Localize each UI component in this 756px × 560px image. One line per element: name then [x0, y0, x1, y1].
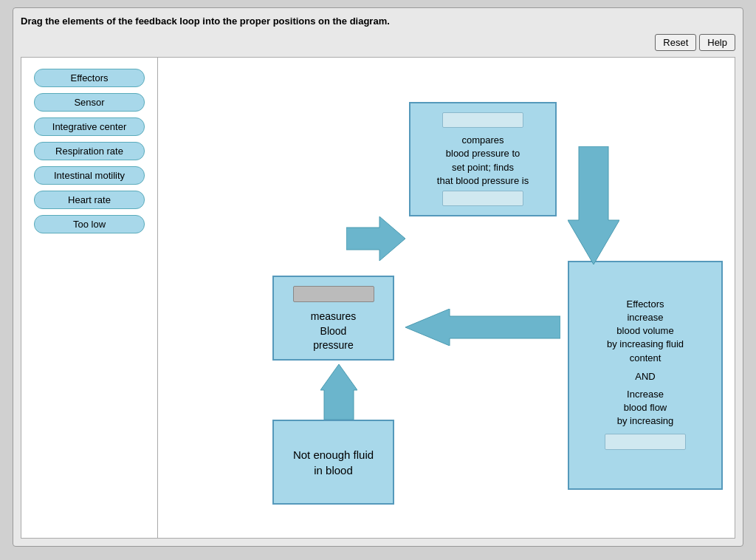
- integrative-text: comparesblood pressure toset point; find…: [437, 134, 529, 188]
- effectors-text1: Effectorsincreaseblood volumeby increasi…: [607, 298, 684, 365]
- sidebar-item-effectors[interactable]: Effectors: [34, 69, 145, 87]
- integrative-slot-bottom[interactable]: [442, 191, 523, 206]
- effectors-and: AND: [635, 371, 655, 382]
- svg-marker-1: [568, 146, 619, 264]
- stimulus-box: Not enough fluidin blood: [272, 420, 394, 505]
- main-panel: Effectors Sensor Integrative center Resp…: [21, 57, 735, 539]
- effectors-slot[interactable]: [605, 434, 686, 450]
- arrow-down-right-svg: [568, 146, 619, 264]
- effectors-text2: Increaseblood flowby increasing: [617, 388, 674, 428]
- sidebar-item-respiration-rate[interactable]: Respiration rate: [34, 142, 145, 160]
- integrative-center-box: comparesblood pressure toset point; find…: [409, 102, 557, 216]
- integrative-slot-top[interactable]: [442, 112, 523, 128]
- sidebar-item-integrative-center[interactable]: Integrative center: [34, 117, 145, 136]
- sidebar-item-sensor[interactable]: Sensor: [34, 93, 145, 112]
- arrow-up-svg: [320, 364, 357, 420]
- sensor-box: measuresBloodpressure: [272, 276, 394, 361]
- sidebar-item-heart-rate[interactable]: Heart rate: [34, 191, 145, 209]
- svg-marker-3: [320, 364, 357, 420]
- instruction-text: Drag the elements of the feedback loop i…: [21, 16, 735, 27]
- sidebar-item-intestinal-motility[interactable]: Intestinal motility: [34, 166, 145, 185]
- effectors-box: Effectorsincreaseblood volumeby increasi…: [568, 261, 723, 490]
- top-bar: Reset Help: [21, 34, 735, 51]
- svg-marker-0: [346, 216, 405, 261]
- outer-container: Drag the elements of the feedback loop i…: [13, 7, 743, 547]
- reset-button[interactable]: Reset: [655, 34, 696, 51]
- help-button[interactable]: Help: [699, 34, 735, 51]
- sidebar: Effectors Sensor Integrative center Resp…: [21, 58, 158, 538]
- stimulus-text: Not enough fluidin blood: [293, 447, 374, 478]
- sensor-text: measuresBloodpressure: [311, 310, 356, 353]
- sensor-slot[interactable]: [293, 286, 374, 302]
- svg-marker-2: [405, 309, 560, 346]
- arrow-left-svg: [405, 309, 560, 346]
- arrow-right-svg: [346, 216, 405, 268]
- sidebar-item-too-low[interactable]: Too low: [34, 215, 145, 233]
- diagram-area: comparesblood pressure toset point; find…: [158, 58, 735, 538]
